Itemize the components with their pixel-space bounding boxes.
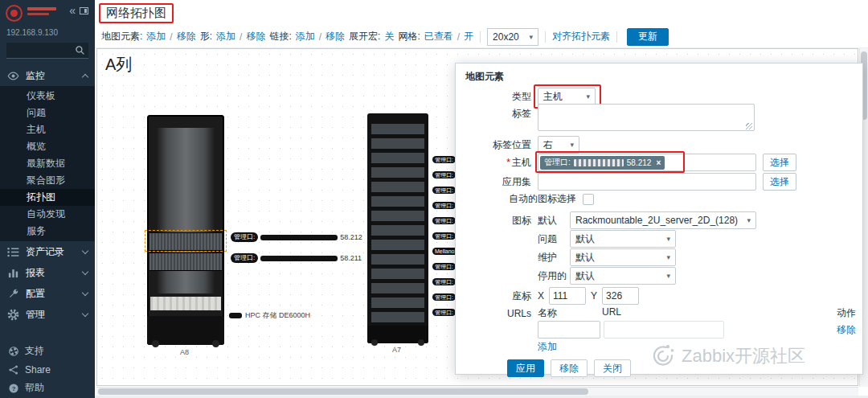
server-unit[interactable] [149, 252, 222, 271]
sidebar-item-hosts[interactable]: 主机 [0, 121, 95, 138]
share-link[interactable]: Share [0, 360, 95, 379]
update-button[interactable]: 更新 [627, 28, 669, 46]
eye-icon [7, 70, 19, 82]
link-remove-link[interactable]: 移除 [326, 30, 345, 43]
sidebar-item-problems[interactable]: 问题 [0, 105, 95, 121]
urls-label: URLs [456, 308, 531, 319]
shape-remove-link[interactable]: 移除 [246, 30, 265, 43]
required-mark: * [506, 157, 510, 168]
url-name-header: 名称 [538, 306, 602, 320]
mgmt-port-pill: 管理口: [432, 278, 456, 285]
chip-remove-icon[interactable]: × [656, 158, 661, 167]
column-label: A列 [105, 54, 132, 76]
logo-icon[interactable] [6, 5, 23, 22]
kiosk-mode-icon[interactable] [80, 7, 88, 14]
sidebar-item-screens[interactable]: 聚合图形 [0, 172, 95, 189]
sidebar-item-configuration[interactable]: 配置 [0, 283, 95, 304]
separator: / [319, 31, 321, 43]
map-toolbar: 地图元素: 添加 / 移除 形: 添加 / 移除 链接: 添加 / 移除 展开宏… [95, 26, 868, 48]
remove-button[interactable]: 移除 [551, 359, 588, 377]
watermark-text: Zabbix开源社区 [682, 344, 805, 368]
link-add-link[interactable]: 添加 [296, 30, 315, 43]
sidebar-item-inventory[interactable]: 资产记录 [0, 241, 95, 262]
sidebar-item-services[interactable]: 服务 [0, 223, 95, 240]
chip-prefix: 管理口: [544, 157, 571, 168]
icon-problem-select[interactable]: 默认 ▾ [570, 230, 676, 248]
watermark: Zabbix开源社区 [649, 343, 805, 370]
url-add-link[interactable]: 添加 [538, 340, 557, 354]
help-link[interactable]: ? 帮助 [0, 379, 95, 397]
host-chip[interactable]: 管理口: 58.212 × [540, 156, 665, 170]
rack-units [371, 124, 424, 322]
auto-icon-checkbox[interactable] [583, 194, 594, 205]
map-element-add-link[interactable]: 添加 [146, 30, 166, 43]
sidebar-item-discovery[interactable]: 自动发现 [0, 206, 95, 223]
horizontal-scrollbar-thumb[interactable] [98, 388, 588, 395]
icon-problem-value: 默认 [575, 232, 595, 246]
grid-label: 网格: [398, 30, 420, 43]
host-label-row: 管理口: 58.212 [231, 232, 362, 242]
host-label-row: 管理口: 58.211 [231, 253, 362, 263]
sidebar-item-administration[interactable]: 管理 [0, 304, 95, 325]
menu-label-administration: 管理 [26, 308, 45, 322]
search-icon[interactable] [75, 45, 85, 55]
sidebar-item-overview[interactable]: 概览 [0, 138, 95, 155]
collapse-sidebar-icon[interactable]: « [69, 5, 76, 16]
grid-shown-toggle[interactable]: 已查看 [424, 30, 453, 43]
share-label: Share [25, 364, 51, 375]
separator: / [170, 31, 172, 43]
url-name-input[interactable] [538, 321, 600, 339]
grid-on-toggle[interactable]: 开 [464, 30, 473, 43]
url-remove-link[interactable]: 移除 [837, 323, 856, 337]
coord-x-input[interactable] [549, 287, 586, 305]
sidebar-item-latest-data[interactable]: 最新数据 [0, 155, 95, 172]
align-elements-link[interactable]: 对齐拓扑元素 [552, 30, 610, 43]
rack-a7-element[interactable] [367, 113, 428, 343]
label-position-row: 标签位置 右 ▾ [456, 136, 856, 154]
sidebar-footer: 支持 Share ? 帮助 [0, 342, 95, 397]
sidebar-header: « [0, 0, 95, 27]
icon-problem-label: 问题 [538, 232, 570, 246]
sidebar-item-dashboard[interactable]: 仪表板 [0, 88, 95, 105]
svg-text:?: ? [12, 384, 16, 392]
close-button[interactable]: 关闭 [594, 359, 631, 377]
icon-maintenance-select[interactable]: 默认 ▾ [570, 248, 676, 266]
support-link[interactable]: 支持 [0, 342, 95, 360]
coordinates-label: 座标 [456, 289, 531, 303]
zabbix-community-logo-icon [649, 343, 677, 370]
host-label: *主机 [456, 156, 531, 170]
type-row: 类型 主机 ▾ [456, 88, 856, 105]
expand-macros-toggle[interactable]: 关 [384, 30, 394, 43]
grid-size-select[interactable]: 20x20 ▾ [487, 28, 538, 46]
apply-button[interactable]: 应用 [507, 359, 544, 377]
sidebar-item-monitoring[interactable]: 监控 [0, 65, 95, 86]
icon-disabled-select[interactable]: 默认 ▾ [570, 267, 676, 285]
map-element-remove-link[interactable]: 移除 [177, 30, 196, 43]
shape-label: 形: [200, 30, 212, 43]
url-input[interactable] [604, 321, 724, 339]
icon-default-label: 默认 [538, 214, 570, 228]
application-select-button[interactable]: 选择 [763, 173, 796, 191]
menu-label-configuration: 配置 [26, 287, 45, 301]
separator: / [240, 31, 242, 43]
sidebar-item-reports[interactable]: 报表 [0, 262, 95, 283]
coord-y-input[interactable] [602, 287, 639, 305]
icon-maintenance-label: 维护 [538, 251, 570, 265]
type-select[interactable]: 主机 ▾ [538, 88, 596, 105]
gear-icon [7, 309, 19, 321]
host-input[interactable]: 管理口: 58.212 × [538, 154, 756, 171]
menu-label-inventory: 资产记录 [26, 245, 64, 259]
shape-add-link[interactable]: 添加 [216, 30, 235, 43]
label-label: 标签 [456, 107, 531, 121]
icon-default-select[interactable]: Rackmountable_2U_server_2D_(128) ▾ [570, 211, 756, 229]
map-element-label: 地图元素: [101, 30, 142, 43]
host-select-button[interactable]: 选择 [763, 154, 796, 171]
label-textarea[interactable] [538, 104, 755, 131]
dialog-title: 地图元素 [465, 70, 504, 84]
sidebar-item-maps[interactable]: 拓扑图 [0, 189, 95, 206]
horizontal-scrollbar[interactable] [96, 387, 858, 396]
storage-unit[interactable] [150, 297, 221, 310]
mgmt-port-pill: 管理口: [231, 232, 258, 242]
label-position-select[interactable]: 右 ▾ [538, 136, 579, 154]
application-input[interactable] [538, 173, 756, 191]
